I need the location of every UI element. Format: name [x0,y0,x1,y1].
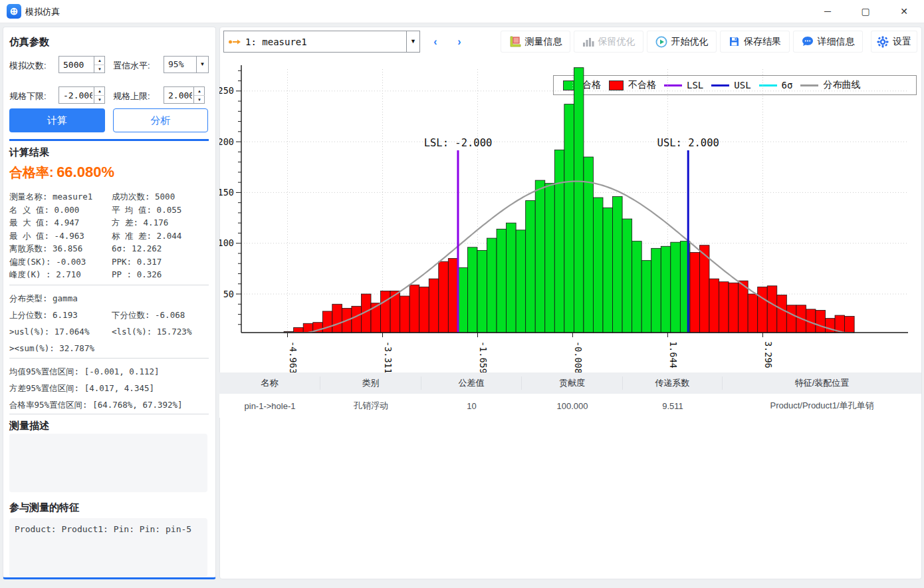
usl-field[interactable]: ▲▼ [164,86,205,104]
detail-info-label: 详细信息 [818,36,855,48]
sim-count-label: 模拟次数: [9,60,47,72]
lsl-field[interactable]: ▲▼ [58,86,105,104]
features-title: 参与测量的特征 [9,502,79,514]
maximize-button[interactable]: ▢ [850,0,881,23]
contribution-table-header: 名称 类别 公差值 贡献度 传递系数 特征/装配位置 [219,372,921,394]
col-feature-position[interactable]: 特征/装配位置 [723,376,921,390]
usl-label: 规格上限: [113,90,150,102]
measure-arrow-icon [228,37,241,47]
calculate-button[interactable]: 计算 [9,108,105,132]
chevron-down-icon[interactable]: ▼ [196,57,208,73]
analyze-button[interactable]: 分析 [113,108,208,132]
stat-row: >usl(%): 17.064%<lsl(%): 15.723% [9,327,210,343]
sim-count-field[interactable]: ▲▼ [58,56,105,73]
legend-item-pass: 合格 [563,79,601,91]
confidence-label: 置信水平: [113,60,150,72]
cell-contribution: 100.000 [522,401,623,411]
stat-row: 测量名称: measure1成功次数: 5000 [9,192,210,205]
pass-rate-value: 66.080% [57,164,114,180]
app-icon: ⊕ [7,4,21,19]
close-button[interactable]: ✕ [889,0,919,23]
params-title: 仿真参数 [9,36,49,49]
fail-swatch [609,80,624,90]
usl-line-swatch [711,84,729,86]
minimize-button[interactable]: ─ [812,0,843,23]
sigma-line-swatch [759,84,777,86]
stat-row: 最 大 值: 4.947方 差: 4.176 [9,218,210,231]
distribution-list: 分布类型: gamma上分位数: 6.193下分位数: -6.068>usl(%… [9,293,210,360]
stats-list: 测量名称: measure1成功次数: 5000名 义 值: 0.000平 均 … [9,192,210,283]
legend-item-usl: USL [711,80,751,90]
confidence-select[interactable]: 95% ▼ [164,56,209,73]
bar-chart-icon [582,37,594,47]
stat-row: 名 义 值: 0.000平 均 值: 0.055 [9,205,210,218]
measure-selector[interactable]: 1: measure1 ▼ [223,31,420,53]
cell-category: 孔销浮动 [320,400,421,412]
divider [9,414,209,414]
col-coefficient[interactable]: 传递系数 [623,376,723,390]
start-optimization-label: 开始优化 [671,36,709,48]
features-box[interactable]: Product: Product1: Pin: Pin: pin-5 [9,518,207,577]
legend-item-6sigma: 6σ [759,80,793,90]
stat-row: 上分位数: 6.193下分位数: -6.068 [9,310,210,327]
gear-icon [877,36,889,48]
stat-row: 离散系数: 36.8566σ: 12.262 [9,243,210,257]
col-contribution[interactable]: 贡献度 [522,376,623,390]
save-icon [729,36,740,47]
pass-rate: 合格率: 66.080% [9,164,114,182]
legend-item-curve: 分布曲线 [800,79,860,91]
prev-measure-button[interactable]: ‹ [425,31,445,53]
stat-row: 分布类型: gamma [9,293,210,310]
start-optimization-button[interactable]: 开始优化 [647,31,717,53]
cell-name: pin-1->hole-1 [219,401,320,411]
pass-rate-label: 合格率: [9,165,54,180]
stat-row: 偏度(SK): -0.003PPK: 0.317 [9,257,210,270]
lsl-label: 规格下限: [9,90,47,102]
save-results-label: 保存结果 [744,36,781,48]
chart-legend: 合格 不合格 LSL USL 6σ 分布曲线 [553,75,917,95]
chevron-down-icon[interactable]: ▼ [406,31,419,52]
chart-panel [219,27,922,579]
measure-info-button[interactable]: 测量信息 [501,31,570,53]
description-title: 测量描述 [9,420,49,432]
title-bar: ⊕ 模拟仿真 ─ ▢ ✕ [0,0,924,23]
table-row[interactable]: pin-1->hole-1 孔销浮动 10 100.000 9.511 Prod… [219,394,921,418]
description-box[interactable] [9,434,207,492]
window-title: 模拟仿真 [25,6,60,18]
play-icon [655,36,667,48]
legend-item-lsl: LSL [664,80,703,90]
legend-item-fail: 不合格 [609,79,656,91]
cell-coefficient: 9.511 [623,401,723,411]
curve-line-swatch [800,84,818,86]
settings-button[interactable]: 设置 [871,31,917,53]
cell-tolerance: 10 [421,401,522,411]
col-category[interactable]: 类别 [320,376,421,390]
save-results-button[interactable]: 保存结果 [720,31,790,53]
divider [9,358,209,359]
keep-optimization-button: 保留优化 [574,31,643,53]
measure-selector-value: 1: measure1 [241,37,406,47]
results-title: 计算结果 [9,146,49,159]
chat-bubble-icon [802,36,814,47]
stat-row: 方差95%置信区间: [4.017, 4.345] [9,383,210,400]
keep-optimization-label: 保留优化 [598,36,635,48]
settings-label: 设置 [893,36,911,48]
measure-info-label: 测量信息 [525,36,562,48]
pass-swatch [563,80,578,90]
usl-stepper[interactable]: ▲▼ [193,87,205,103]
next-measure-button[interactable]: › [449,31,469,53]
confidence-value: 95% [164,57,196,73]
lsl-line-swatch [664,84,682,86]
col-name[interactable]: 名称 [219,376,320,390]
lsl-stepper[interactable]: ▲▼ [94,87,105,103]
detail-info-button[interactable]: 详细信息 [793,31,863,53]
sim-count-stepper[interactable]: ▲▼ [94,57,105,73]
app-window: ⊕ 模拟仿真 ─ ▢ ✕ 仿真参数 模拟次数: ▲▼ 置信水平: 95% ▼ 规… [0,0,924,588]
divider [9,285,209,285]
cell-feature-position-link[interactable]: Product/Product1/单孔单销 [723,400,921,412]
section-divider-blue [9,139,209,141]
stat-row: 均值95%置信区间: [-0.001, 0.112] [9,367,210,383]
stat-row: 最 小 值: -4.963标 准 差: 2.044 [9,231,210,244]
stat-row: 峰度(K) : 2.710PP : 0.326 [9,269,210,283]
col-tolerance[interactable]: 公差值 [421,376,522,390]
